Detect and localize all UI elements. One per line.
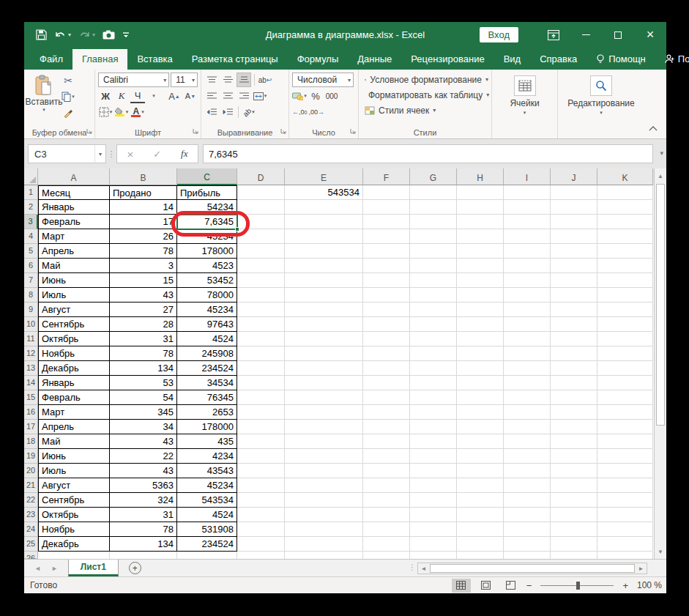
cell-G21[interactable]	[410, 478, 457, 493]
cell-D15[interactable]	[237, 390, 285, 405]
cell-E21[interactable]	[285, 478, 363, 493]
scroll-down-icon[interactable]: ▼	[655, 544, 666, 559]
cell-J6[interactable]	[551, 259, 597, 273]
cell-C17[interactable]: 178000	[177, 420, 237, 434]
cell-E16[interactable]	[285, 405, 363, 420]
cell-K21[interactable]	[597, 478, 653, 493]
formula-bar-expand-icon[interactable]: ▾	[660, 149, 663, 157]
cell-K12[interactable]	[597, 346, 653, 361]
new-sheet-button[interactable]: +	[129, 562, 141, 574]
cell-A15[interactable]: Февраль	[38, 390, 110, 405]
cell-K1[interactable]	[597, 185, 653, 200]
page-layout-view-icon[interactable]	[477, 579, 496, 593]
row-header-23[interactable]: 23	[24, 508, 38, 522]
cell-J10[interactable]	[551, 317, 597, 332]
zoom-slider-thumb[interactable]	[576, 582, 580, 590]
cell-H11[interactable]	[457, 332, 504, 346]
row-header-14[interactable]: 14	[24, 376, 38, 390]
cell-K14[interactable]	[597, 376, 653, 390]
page-break-view-icon[interactable]	[502, 579, 521, 593]
cell-B19[interactable]: 22	[110, 449, 177, 464]
cell-J17[interactable]	[551, 420, 597, 434]
column-header-F[interactable]: F	[363, 168, 410, 185]
cell-B25[interactable]: 134	[110, 537, 177, 552]
cell-B23[interactable]: 31	[110, 508, 177, 522]
ribbon-tab-Формулы[interactable]: Формулы	[288, 49, 349, 70]
cell-A14[interactable]: Январь	[38, 376, 110, 390]
cell-B8[interactable]: 43	[110, 288, 177, 303]
cells-dropdown-icon[interactable]: ▾	[524, 110, 526, 116]
ribbon-tab-Вид[interactable]: Вид	[494, 49, 531, 70]
cell-H23[interactable]	[457, 508, 504, 522]
cell-I9[interactable]	[504, 303, 551, 317]
row-header-9[interactable]: 9	[24, 303, 38, 317]
cell-I24[interactable]	[504, 522, 551, 537]
cell-J4[interactable]	[551, 229, 597, 244]
accounting-dropdown-icon[interactable]: ▾	[304, 93, 307, 99]
cell-F5[interactable]	[363, 244, 410, 259]
cell-A19[interactable]: Июнь	[38, 449, 110, 464]
underline-dropdown-icon[interactable]: ▾	[146, 89, 161, 103]
cell-G3[interactable]	[410, 215, 457, 229]
cell-B26[interactable]	[110, 552, 177, 559]
vertical-scroll-thumb[interactable]	[656, 184, 665, 426]
cell-G4[interactable]	[410, 229, 457, 244]
editing-dropdown-icon[interactable]: ▾	[600, 110, 603, 116]
italic-button[interactable]: К	[114, 89, 129, 103]
cell-E19[interactable]	[285, 449, 363, 464]
row-header-18[interactable]: 18	[24, 434, 38, 449]
cell-C18[interactable]: 435	[177, 434, 237, 449]
cell-I25[interactable]	[504, 537, 551, 552]
redo-icon[interactable]: ▾	[78, 30, 95, 40]
column-header-G[interactable]: G	[410, 168, 457, 185]
cell-A18[interactable]: Май	[38, 434, 110, 449]
cell-B18[interactable]: 43	[110, 434, 177, 449]
vertical-scrollbar[interactable]: ▲ ▼	[654, 168, 666, 559]
cell-E4[interactable]	[285, 229, 363, 244]
cell-A11[interactable]: Октябрь	[38, 332, 110, 346]
cell-F18[interactable]	[363, 434, 410, 449]
comma-style-button[interactable]: 000	[324, 89, 339, 103]
undo-icon[interactable]: ▾	[54, 30, 71, 40]
cell-F11[interactable]	[363, 332, 410, 346]
cell-I3[interactable]	[504, 215, 551, 229]
cell-C16[interactable]: 2653	[177, 405, 237, 420]
name-box[interactable]: C3 ▾	[28, 144, 106, 163]
cell-I15[interactable]	[504, 390, 551, 405]
cell-F24[interactable]	[363, 522, 410, 537]
cell-F14[interactable]	[363, 376, 410, 390]
cell-F26[interactable]	[363, 552, 410, 559]
cell-J1[interactable]	[551, 185, 597, 200]
font-color-button[interactable]: А ▾	[130, 105, 145, 119]
cell-H3[interactable]	[457, 215, 504, 229]
ribbon-tab-Разметка страницы[interactable]: Разметка страницы	[182, 49, 288, 70]
editing-button[interactable]: Редактирование ▾	[561, 72, 641, 116]
ribbon-tab-Файл[interactable]: Файл	[30, 49, 72, 70]
cell-G17[interactable]	[410, 420, 457, 434]
cell-I5[interactable]	[504, 244, 551, 259]
cell-J18[interactable]	[551, 434, 597, 449]
ribbon-tab-Вставка[interactable]: Вставка	[127, 49, 182, 70]
row-header-8[interactable]: 8	[24, 288, 38, 303]
cell-D1[interactable]	[237, 185, 285, 200]
cell-J3[interactable]	[551, 215, 597, 229]
font-dialog-launcher-icon[interactable]	[193, 124, 198, 137]
align-left-icon[interactable]	[204, 89, 219, 103]
cell-I18[interactable]	[504, 434, 551, 449]
cell-B3[interactable]: 17	[110, 215, 177, 229]
cell-B12[interactable]: 78	[110, 346, 177, 361]
cell-D8[interactable]	[237, 288, 285, 303]
cell-K8[interactable]	[597, 288, 653, 303]
cell-E25[interactable]	[285, 537, 363, 552]
row-header-3[interactable]: 3	[24, 215, 38, 229]
cell-B2[interactable]: 14	[110, 200, 177, 215]
cell-C10[interactable]: 97643	[177, 317, 237, 332]
cell-G20[interactable]	[410, 464, 457, 478]
column-header-H[interactable]: H	[457, 168, 504, 185]
cell-B10[interactable]: 28	[110, 317, 177, 332]
cell-K16[interactable]	[597, 405, 653, 420]
cell-J26[interactable]	[551, 552, 597, 559]
horizontal-scroll-thumb[interactable]	[430, 564, 635, 573]
cell-B16[interactable]: 345	[110, 405, 177, 420]
cell-K18[interactable]	[597, 434, 653, 449]
